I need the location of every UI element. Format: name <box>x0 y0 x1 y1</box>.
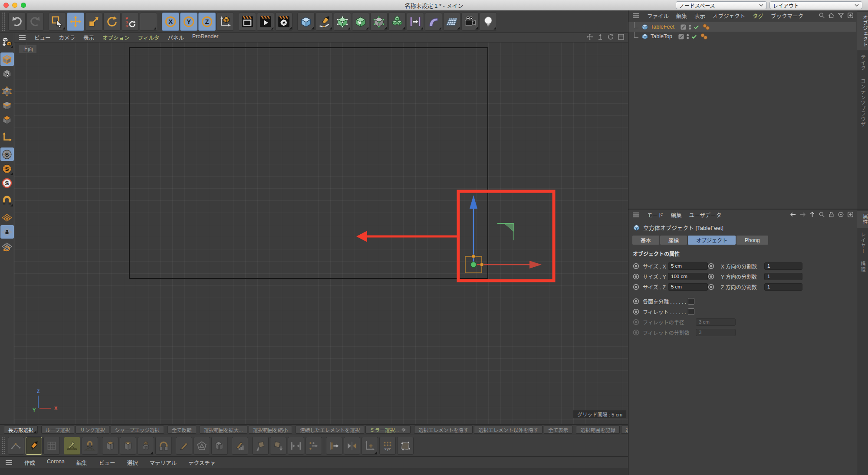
camera-button[interactable] <box>461 13 479 31</box>
move-dots-button[interactable] <box>306 437 322 455</box>
attribute-tab[interactable]: オブジェクト <box>688 236 736 245</box>
add-box-button[interactable] <box>847 211 854 219</box>
home-button[interactable] <box>828 12 835 20</box>
axis-scale-handle[interactable] <box>480 263 483 266</box>
split-cube-button[interactable] <box>211 437 228 455</box>
nodespace-dropdown[interactable]: ノードスペース <box>676 1 767 9</box>
value-field[interactable]: 5 cm <box>668 283 708 291</box>
bend-button[interactable] <box>425 13 442 31</box>
x-axis-handle[interactable] <box>475 261 542 269</box>
vertical-tab[interactable]: 構造 <box>859 258 867 275</box>
model-mode-button[interactable] <box>0 52 14 66</box>
move-axis-button[interactable] <box>140 13 157 31</box>
mirror-button[interactable] <box>344 437 360 455</box>
live-select-button[interactable] <box>49 13 66 31</box>
check-icon[interactable] <box>693 24 700 30</box>
object-manager-menu-item-3[interactable]: オブジェクト <box>713 12 745 20</box>
search-button[interactable] <box>819 211 825 219</box>
vertical-tab[interactable]: オブジェクト <box>857 12 868 50</box>
value-field[interactable]: 1 <box>764 283 802 291</box>
rotate-button[interactable] <box>103 13 121 31</box>
ffd-button[interactable] <box>370 13 388 31</box>
radio-icon[interactable] <box>633 273 639 280</box>
selection-button[interactable]: 選択範囲を記録 <box>576 426 620 434</box>
attribute-manager-menu-item-2[interactable]: ユーザデータ <box>689 211 722 219</box>
redo-button[interactable] <box>26 13 44 31</box>
light-button[interactable] <box>480 13 497 31</box>
knife-button[interactable] <box>176 437 192 455</box>
edge-mode-button[interactable] <box>0 98 14 112</box>
record-button[interactable] <box>838 211 844 219</box>
z-axis-handle[interactable] <box>470 195 477 265</box>
value-field[interactable]: 100 cm <box>668 273 708 280</box>
magnet-grid-button[interactable] <box>82 437 98 455</box>
bottom-menu-item[interactable]: Corona <box>47 459 65 467</box>
align-horizontal-button[interactable] <box>288 437 304 455</box>
check-icon[interactable] <box>691 33 697 40</box>
render-settings-button[interactable] <box>275 13 293 31</box>
extrude-inner-button[interactable] <box>120 437 136 455</box>
polygon-mode-button[interactable] <box>0 113 14 126</box>
tag-dots-icon[interactable] <box>700 33 709 40</box>
dolly-view-button[interactable] <box>597 33 604 42</box>
arrow-left-button[interactable] <box>790 211 796 219</box>
x-axis-lock-button[interactable]: X <box>162 13 179 31</box>
selection-button[interactable]: 選択エレメントを隠す <box>414 426 473 434</box>
cube-button[interactable] <box>297 13 315 31</box>
value-field[interactable]: 3 cm <box>696 318 736 326</box>
radio-icon[interactable] <box>633 298 639 305</box>
selection-button[interactable]: ミラー選択... <box>365 426 411 434</box>
workplane-button[interactable] <box>0 211 14 224</box>
attribute-tab[interactable]: Phong <box>736 236 768 245</box>
object-manager-menu-item-1[interactable]: 編集 <box>676 12 687 20</box>
undo-button[interactable] <box>8 13 26 31</box>
z-axis-lock-button[interactable]: Z <box>198 13 216 31</box>
object-origin-handle[interactable] <box>471 262 477 268</box>
hamburger-menu-icon[interactable] <box>5 460 13 465</box>
radio-icon[interactable] <box>633 263 639 269</box>
viewport-menu-item-1[interactable]: カメラ <box>59 33 76 42</box>
render-play-button[interactable] <box>257 13 274 31</box>
maximize-view-button[interactable] <box>618 33 625 42</box>
tilt-left-button[interactable] <box>252 437 269 455</box>
bridge-button[interactable] <box>155 437 172 455</box>
polygon-pen-button[interactable] <box>26 437 42 455</box>
attribute-tab[interactable]: 座標 <box>660 236 687 245</box>
toolbar-drag-handle[interactable] <box>2 12 6 31</box>
cone-poly-button[interactable] <box>194 437 210 455</box>
selection-button[interactable]: シャープエッジ選択 <box>111 426 164 434</box>
array-button[interactable] <box>388 13 406 31</box>
viewport-menu-item-3[interactable]: オプション <box>102 33 130 42</box>
weight-paint-button[interactable] <box>232 437 248 455</box>
selection-button[interactable]: ループ選択 <box>41 426 75 434</box>
viewport-menu-item-2[interactable]: 表示 <box>83 33 94 42</box>
selection-button[interactable]: 連続したエレメントを選択 <box>296 426 364 434</box>
slash-box-icon[interactable] <box>678 33 684 40</box>
hamburger-menu-icon[interactable] <box>19 35 26 40</box>
pan-view-button[interactable] <box>586 33 593 42</box>
attribute-manager-menu-item-1[interactable]: 編集 <box>671 211 682 219</box>
vis-dots-icon[interactable] <box>688 24 692 30</box>
object-manager-menu-item-2[interactable]: 表示 <box>694 12 705 20</box>
arrow-right-button[interactable] <box>799 211 806 219</box>
attribute-tab[interactable]: 基本 <box>632 236 659 245</box>
arrow-up-button[interactable] <box>809 211 815 219</box>
scale-button[interactable] <box>85 13 102 31</box>
object-row[interactable]: TableTop <box>628 32 856 41</box>
layout-dropdown[interactable]: レイアウト <box>769 1 862 9</box>
pen-button[interactable] <box>316 13 333 31</box>
hamburger-menu-icon[interactable] <box>632 212 640 218</box>
radio-icon[interactable] <box>708 263 714 269</box>
lock-button[interactable] <box>828 211 835 219</box>
workplane-lock-button[interactable] <box>0 225 14 239</box>
brush-grid-button[interactable] <box>64 437 80 455</box>
move-button[interactable] <box>67 13 84 31</box>
bar-drag-handle[interactable] <box>1 437 5 455</box>
checkbox[interactable] <box>688 308 694 315</box>
render-view-button[interactable] <box>239 13 256 31</box>
magnet-button[interactable] <box>0 193 14 207</box>
vertical-tab[interactable]: コンテンツブラウザ <box>859 75 867 131</box>
slash-box-icon[interactable] <box>680 24 687 30</box>
vertical-tab[interactable]: 属性 <box>857 211 868 228</box>
texture-mode-button[interactable] <box>0 67 14 80</box>
